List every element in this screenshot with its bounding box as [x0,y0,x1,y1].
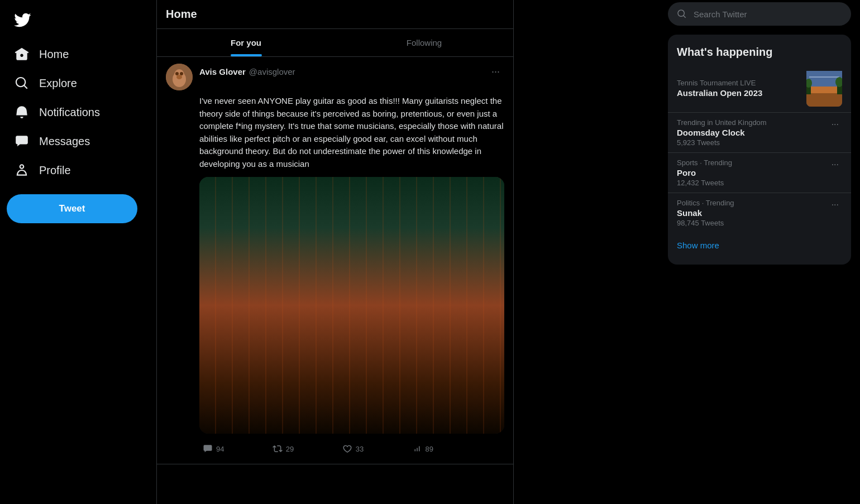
trend-doomsday-count: 5,923 Tweets [677,138,767,147]
svg-rect-75 [809,76,839,78]
svg-point-28 [409,373,418,382]
retweet-count: 29 [286,445,294,453]
twitter-logo[interactable] [7,4,38,38]
svg-point-40 [335,290,369,318]
svg-rect-7 [212,177,214,433]
search-input[interactable] [694,9,842,19]
username: @avisglover [249,67,295,76]
comment-button[interactable]: 94 [199,440,227,457]
svg-rect-22 [335,387,340,415]
nav-item-home[interactable]: Home [7,40,150,68]
svg-point-70 [296,425,408,433]
svg-line-47 [352,307,363,310]
trend-poro-more-button[interactable]: ··· [828,159,842,171]
svg-point-5 [176,75,182,79]
nav-label-messages: Messages [39,135,90,148]
trend-sunak-name: Sunak [677,208,734,218]
svg-rect-9 [257,177,258,433]
svg-point-45 [346,301,350,305]
tweet-user-info: Avis Glover @avisglover [199,67,295,76]
svg-line-63 [282,337,363,371]
left-sidebar: Home Explore Notifications Messages Prof… [0,0,156,504]
tweet-text: I've never seen ANYONE play guitar as go… [199,95,504,170]
retweet-button[interactable]: 29 [269,440,297,457]
svg-line-59 [282,328,363,358]
svg-point-34 [433,385,442,393]
svg-point-33 [421,385,430,393]
trend-item-doomsday[interactable]: Trending in United Kingdom Doomsday Cloc… [668,113,851,152]
nav-item-explore[interactable]: Explore [7,69,150,97]
home-icon [15,47,29,61]
nav-item-messages[interactable]: Messages [7,127,150,155]
feed-title: Home [166,8,197,20]
trend-sunak-meta: Politics · Trending [677,199,734,207]
svg-rect-17 [452,177,453,433]
feed-header: Home [157,0,513,29]
svg-rect-48 [362,305,374,308]
svg-point-65 [348,366,378,404]
tab-for-you[interactable]: For you [157,29,335,56]
search-box[interactable] [668,2,851,26]
trend-doomsday-name: Doomsday Clock [677,128,767,137]
svg-point-55 [334,334,386,398]
comment-count: 94 [216,445,224,453]
svg-line-58 [282,325,363,354]
svg-rect-35 [395,405,453,412]
avatar [166,64,193,90]
feed-tabs: For you Following [157,29,513,57]
svg-rect-6 [199,177,504,433]
tweet-card[interactable]: Avis Glover @avisglover ··· I've never s… [157,57,513,464]
svg-rect-15 [408,177,409,433]
svg-rect-12 [324,177,326,433]
svg-rect-8 [235,177,236,433]
svg-point-38 [318,318,380,391]
svg-rect-26 [395,370,453,401]
svg-rect-25 [391,366,458,416]
nav-label-notifications: Notifications [39,106,100,119]
analytics-button[interactable]: 89 [409,440,437,457]
svg-rect-11 [302,177,303,433]
notifications-icon [15,105,29,119]
search-icon [677,9,687,19]
svg-point-29 [421,373,430,382]
svg-point-54 [322,324,415,429]
svg-point-64 [356,362,381,386]
like-button[interactable]: 33 [339,440,367,457]
nav-label-profile: Profile [39,164,71,177]
nav-item-notifications[interactable]: Notifications [7,98,150,126]
trend-item-tennis[interactable]: Tennis Tournament LIVE Australian Open 2… [668,65,851,112]
svg-point-52 [370,289,388,309]
trend-tennis-meta: Tennis Tournament LIVE [677,79,800,87]
tweet-actions: 94 29 33 89 [199,440,437,457]
svg-point-42 [355,294,362,301]
trend-item-sunak[interactable]: Politics · Trending Sunak 98,745 Tweets … [668,193,851,233]
svg-rect-14 [380,177,381,433]
svg-point-30 [433,373,442,382]
svg-line-62 [282,334,363,368]
show-more-button[interactable]: Show more [668,233,851,258]
trend-item-poro[interactable]: Sports · Trending Poro 12,432 Tweets ··· [668,153,851,193]
svg-rect-36 [408,406,441,411]
trend-doomsday-meta: Trending in United Kingdom [677,118,767,127]
trend-doomsday-more-button[interactable]: ··· [828,118,842,131]
retweet-icon [273,444,283,454]
profile-icon [15,163,29,177]
nav-item-profile[interactable]: Profile [7,156,150,184]
trend-tennis-thumbnail [806,71,842,107]
svg-rect-18 [475,177,476,433]
svg-point-46 [353,301,358,305]
tab-following[interactable]: Following [335,29,513,56]
svg-rect-10 [279,177,281,433]
svg-rect-13 [357,177,359,433]
whats-happening-title: What's happening [668,41,851,65]
svg-point-20 [285,177,419,220]
more-options-button[interactable]: ··· [487,64,504,80]
trend-poro-count: 12,432 Tweets [677,179,732,187]
tweet-button[interactable]: Tweet [7,194,137,223]
svg-point-53 [373,292,384,305]
svg-rect-24 [328,410,373,414]
svg-rect-57 [264,313,289,334]
trend-sunak-more-button[interactable]: ··· [828,199,842,211]
svg-point-50 [316,289,334,309]
explore-icon [15,76,29,90]
